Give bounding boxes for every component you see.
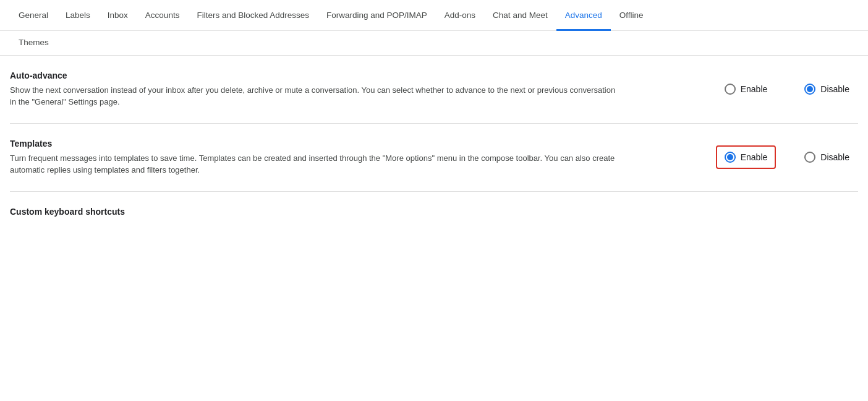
- setting-title-keyboard-shortcuts: Custom keyboard shortcuts: [10, 207, 858, 217]
- nav-tab-general[interactable]: General: [10, 0, 57, 31]
- nav-tab-offline[interactable]: Offline: [611, 0, 652, 31]
- settings-content: Auto-advanceShow the next conversation i…: [0, 56, 868, 217]
- nav-tab-inbox[interactable]: Inbox: [99, 0, 137, 31]
- setting-title-auto-advance: Auto-advance: [10, 71, 616, 80]
- radio-label-templates-disable: Disable: [820, 152, 849, 162]
- setting-row-templates: TemplatesTurn frequent messages into tem…: [10, 124, 858, 192]
- setting-desc-templates: Turn frequent messages into templates to…: [10, 152, 616, 176]
- nav-tab-advanced[interactable]: Advanced: [556, 0, 611, 31]
- setting-controls-auto-advance: EnableDisable: [691, 77, 858, 101]
- setting-title-templates: Templates: [10, 139, 616, 149]
- nav-tab-forwarding[interactable]: Forwarding and POP/IMAP: [318, 0, 436, 31]
- radio-circle-auto-advance-disable: [804, 84, 815, 95]
- nav-tabs-row2: Themes: [0, 31, 868, 56]
- radio-circle-templates-enable: [725, 152, 736, 163]
- setting-info-templates: TemplatesTurn frequent messages into tem…: [10, 139, 616, 176]
- setting-desc-auto-advance: Show the next conversation instead of yo…: [10, 84, 616, 108]
- nav-tab-addons[interactable]: Add-ons: [436, 0, 484, 31]
- setting-info-auto-advance: Auto-advanceShow the next conversation i…: [10, 71, 616, 108]
- nav-tab-accounts[interactable]: Accounts: [137, 0, 189, 31]
- radio-label-auto-advance-enable: Enable: [741, 84, 768, 94]
- radio-option-templates-disable[interactable]: Disable: [796, 145, 858, 169]
- nav-tab-filters[interactable]: Filters and Blocked Addresses: [188, 0, 318, 31]
- nav-tab-themes[interactable]: Themes: [10, 31, 57, 56]
- nav-tabs-row1: GeneralLabelsInboxAccountsFilters and Bl…: [0, 0, 868, 31]
- radio-option-templates-enable[interactable]: Enable: [716, 145, 777, 169]
- setting-row-auto-advance: Auto-advanceShow the next conversation i…: [10, 56, 858, 124]
- radio-option-auto-advance-enable[interactable]: Enable: [716, 77, 777, 101]
- radio-circle-templates-disable: [804, 152, 815, 163]
- radio-label-auto-advance-disable: Disable: [820, 84, 849, 94]
- radio-circle-auto-advance-enable: [725, 84, 736, 95]
- radio-label-templates-enable: Enable: [741, 152, 768, 162]
- nav-tab-chat[interactable]: Chat and Meet: [484, 0, 556, 31]
- nav-tab-labels[interactable]: Labels: [57, 0, 99, 31]
- setting-row-keyboard-shortcuts: Custom keyboard shortcuts: [10, 192, 858, 217]
- setting-controls-templates: EnableDisable: [691, 145, 858, 169]
- radio-option-auto-advance-disable[interactable]: Disable: [796, 77, 858, 101]
